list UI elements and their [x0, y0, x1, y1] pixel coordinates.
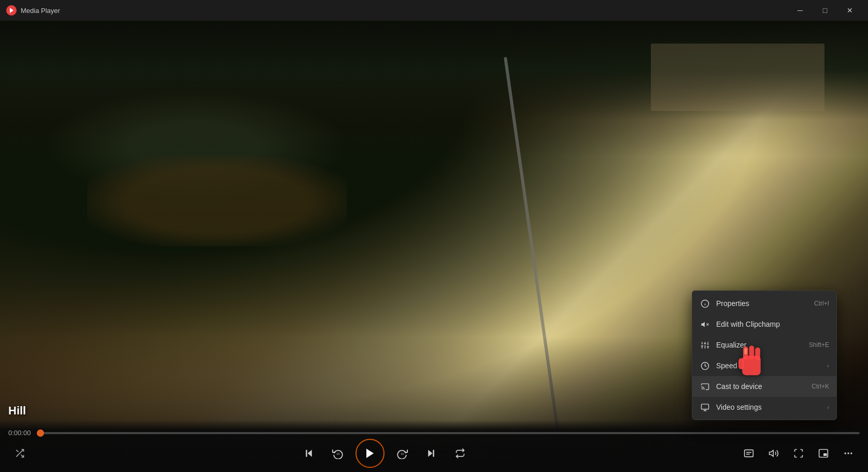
- speed-arrow-icon: ›: [827, 363, 829, 369]
- more-button[interactable]: [837, 442, 860, 465]
- rewind-button[interactable]: 10: [326, 442, 349, 465]
- play-button[interactable]: [355, 439, 385, 468]
- window-controls: ─ □ ✕: [788, 2, 862, 19]
- menu-label-video-settings: Video settings: [716, 403, 813, 411]
- progress-bar[interactable]: [38, 432, 860, 434]
- progress-row: 0:00:00: [0, 429, 868, 439]
- shuffle-button[interactable]: [8, 442, 31, 465]
- video-container: Hill 0:00:00: [0, 21, 868, 472]
- svg-marker-4: [307, 450, 311, 456]
- svg-text:10: 10: [401, 452, 404, 455]
- svg-point-19: [850, 452, 852, 454]
- svg-marker-14: [770, 450, 774, 456]
- cast-icon: [700, 381, 710, 392]
- menu-item-equalizer[interactable]: Equalizer Shift+E: [692, 335, 836, 355]
- svg-rect-16: [823, 453, 827, 456]
- title-bar: Media Player ─ □ ✕: [0, 0, 868, 21]
- minimize-button[interactable]: ─: [788, 2, 812, 19]
- speed-icon: [700, 360, 710, 371]
- video-title: Hill: [8, 404, 26, 418]
- left-controls: [8, 442, 31, 465]
- menu-item-video-settings[interactable]: Video settings ›: [692, 397, 836, 418]
- svg-rect-37: [701, 404, 708, 409]
- repeat-button[interactable]: [449, 442, 472, 465]
- menu-label-equalizer: Equalizer: [716, 341, 803, 349]
- menu-label-speed: Speed: [716, 362, 813, 370]
- svg-rect-10: [433, 450, 434, 456]
- subtitles-button[interactable]: [737, 442, 760, 465]
- menu-label-clipchamp: Edit with Clipchamp: [716, 320, 823, 328]
- context-menu: Properties Ctrl+I Edit with Clipchamp: [692, 290, 837, 420]
- menu-label-properties: Properties: [716, 299, 808, 308]
- menu-item-speed[interactable]: Speed ›: [692, 355, 836, 376]
- theater-button[interactable]: [812, 442, 835, 465]
- building-area: [651, 44, 824, 112]
- svg-marker-0: [10, 8, 13, 13]
- center-controls: 10 10: [297, 439, 472, 468]
- restore-button[interactable]: □: [813, 2, 837, 19]
- svg-text:10: 10: [336, 452, 339, 455]
- menu-item-clipchamp[interactable]: Edit with Clipchamp: [692, 314, 836, 335]
- prev-button[interactable]: [297, 442, 320, 465]
- menu-shortcut-properties: Ctrl+I: [814, 300, 829, 307]
- video-settings-arrow-icon: ›: [827, 404, 829, 410]
- fullscreen-button[interactable]: [787, 442, 810, 465]
- svg-point-18: [847, 452, 849, 454]
- app-icon: [6, 5, 17, 16]
- svg-marker-9: [428, 450, 432, 456]
- svg-rect-11: [745, 450, 753, 456]
- time-current: 0:00:00: [8, 429, 33, 437]
- edit-icon: [700, 319, 710, 329]
- controls-row: 10 10: [0, 439, 868, 468]
- video-settings-icon: [700, 402, 710, 412]
- menu-item-properties[interactable]: Properties Ctrl+I: [692, 293, 836, 314]
- menu-shortcut-equalizer: Shift+E: [809, 341, 829, 349]
- menu-item-cast[interactable]: Cast to device Ctrl+K: [692, 376, 836, 397]
- info-icon: [700, 298, 710, 309]
- controls-area: 0:00:00: [0, 420, 868, 472]
- right-controls: [737, 442, 860, 465]
- svg-rect-5: [306, 450, 307, 456]
- svg-line-3: [16, 450, 18, 452]
- forward-button[interactable]: 10: [391, 442, 414, 465]
- menu-label-cast: Cast to device: [716, 382, 805, 391]
- volume-button[interactable]: [762, 442, 785, 465]
- equalizer-icon: [700, 340, 710, 350]
- terrain-patch-2: [87, 156, 348, 246]
- next-button[interactable]: [420, 442, 443, 465]
- svg-point-17: [845, 452, 846, 454]
- svg-marker-23: [701, 322, 704, 327]
- window-title: Media Player: [21, 7, 788, 15]
- close-button[interactable]: ✕: [838, 2, 862, 19]
- progress-thumb[interactable]: [37, 429, 44, 437]
- svg-marker-7: [366, 449, 374, 458]
- menu-shortcut-cast: Ctrl+K: [812, 383, 829, 390]
